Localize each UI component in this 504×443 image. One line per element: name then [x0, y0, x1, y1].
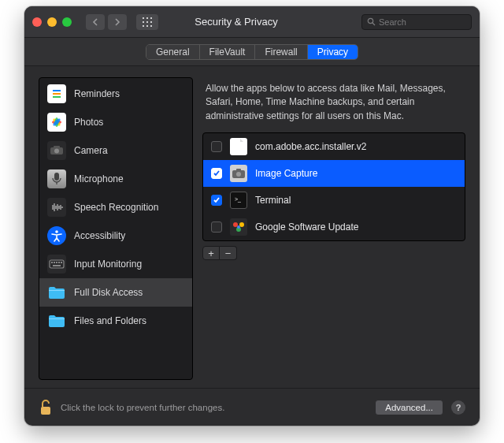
advanced-button[interactable]: Advanced...	[375, 400, 443, 415]
sidebar-item-label: Microphone	[74, 173, 124, 184]
reminders-icon	[47, 84, 66, 103]
back-button[interactable]	[86, 14, 105, 30]
chevron-left-icon	[92, 18, 98, 26]
app-name: Terminal	[255, 195, 291, 206]
app-name: Google Software Update	[255, 222, 358, 233]
google-update-icon	[230, 218, 247, 236]
accessibility-icon	[47, 226, 66, 245]
sidebar-item-label: Camera	[74, 145, 108, 156]
svg-point-31	[55, 230, 58, 233]
sidebar-item-label: Speech Recognition	[74, 202, 158, 213]
add-remove-controls: + −	[202, 246, 465, 260]
svg-rect-36	[58, 262, 60, 263]
footer: Click the lock to prevent further change…	[24, 388, 480, 426]
svg-rect-35	[56, 262, 57, 263]
sidebar-item-speech-recognition[interactable]: Speech Recognition	[39, 193, 192, 222]
camera-icon	[47, 141, 66, 160]
sidebar-item-input-monitoring[interactable]: Input Monitoring	[39, 250, 192, 278]
sidebar-item-label: Files and Folders	[74, 315, 146, 326]
app-checkbox[interactable]	[211, 168, 222, 179]
help-button[interactable]: ?	[451, 400, 465, 415]
app-checkbox[interactable]	[211, 195, 222, 206]
photos-icon	[47, 113, 66, 132]
search-field[interactable]: Search	[361, 14, 472, 30]
image-capture-icon	[230, 165, 247, 182]
tab-general[interactable]: General	[146, 45, 200, 59]
segmented-tabs: General FileVault Firewall Privacy	[146, 44, 358, 60]
svg-rect-34	[54, 262, 55, 263]
panel-description: Allow the apps below to access data like…	[202, 77, 465, 132]
svg-text:>_: >_	[235, 196, 241, 203]
minimize-window-button[interactable]	[47, 17, 57, 27]
unlocked-lock-icon	[39, 399, 53, 416]
svg-point-9	[368, 18, 372, 23]
microphone-icon	[47, 169, 66, 188]
svg-point-20	[54, 149, 59, 154]
sidebar-item-accessibility[interactable]: Accessibility	[39, 222, 192, 250]
svg-rect-38	[53, 265, 61, 266]
content-area: Reminders Photos Camera Microphone	[24, 66, 480, 388]
svg-rect-40	[49, 318, 65, 319]
document-icon	[230, 138, 247, 155]
svg-rect-19	[54, 146, 60, 148]
folder-icon	[47, 311, 66, 330]
svg-rect-32	[50, 260, 64, 268]
app-name: com.adobe.acc.installer.v2	[255, 141, 366, 152]
titlebar: Security & Privacy Search	[24, 6, 480, 38]
svg-line-10	[372, 23, 375, 25]
svg-rect-39	[49, 290, 65, 291]
speech-icon	[47, 198, 66, 217]
zoom-window-button[interactable]	[62, 17, 72, 27]
sidebar-item-reminders[interactable]: Reminders	[39, 80, 192, 108]
app-checkbox[interactable]	[211, 222, 222, 233]
input-monitoring-icon	[47, 255, 66, 274]
sidebar-item-label: Accessibility	[74, 230, 125, 241]
svg-rect-49	[41, 407, 50, 415]
preferences-window: Security & Privacy Search General FileVa…	[24, 6, 480, 426]
svg-rect-37	[61, 262, 62, 263]
sidebar-item-camera[interactable]: Camera	[39, 136, 192, 165]
sidebar-item-label: Reminders	[74, 88, 120, 99]
sidebar-item-label: Full Disk Access	[74, 287, 143, 298]
tab-firewall[interactable]: Firewall	[255, 45, 307, 59]
remove-app-button[interactable]: −	[220, 246, 237, 260]
svg-rect-43	[236, 169, 241, 171]
app-row-google-software-update[interactable]: Google Software Update	[203, 214, 465, 240]
svg-point-48	[237, 225, 240, 229]
app-name: Image Capture	[255, 168, 317, 179]
tabs-row: General FileVault Firewall Privacy	[24, 38, 480, 66]
close-window-button[interactable]	[32, 17, 42, 27]
search-placeholder: Search	[379, 17, 406, 27]
lock-button[interactable]	[39, 399, 53, 416]
sidebar-item-full-disk-access[interactable]: Full Disk Access	[39, 278, 192, 307]
sidebar-item-label: Photos	[74, 117, 103, 128]
search-icon	[367, 17, 376, 26]
terminal-icon: >_	[230, 192, 247, 209]
svg-point-46	[239, 222, 244, 227]
window-controls	[32, 17, 72, 27]
folder-icon	[47, 283, 66, 302]
privacy-sidebar[interactable]: Reminders Photos Camera Microphone	[39, 77, 193, 380]
window-title: Security & Privacy	[117, 16, 355, 28]
app-row-adobe-installer[interactable]: com.adobe.acc.installer.v2	[203, 133, 465, 160]
apps-list[interactable]: com.adobe.acc.installer.v2 Image Capture	[202, 132, 465, 241]
svg-point-45	[233, 222, 238, 227]
main-panel: Allow the apps below to access data like…	[202, 77, 465, 380]
sidebar-item-microphone[interactable]: Microphone	[39, 165, 192, 193]
svg-rect-21	[54, 173, 59, 181]
add-app-button[interactable]: +	[202, 246, 220, 260]
tab-privacy[interactable]: Privacy	[308, 45, 358, 59]
sidebar-item-label: Input Monitoring	[74, 259, 142, 270]
app-row-image-capture[interactable]: Image Capture	[203, 160, 465, 187]
lock-hint-text: Click the lock to prevent further change…	[61, 403, 367, 412]
app-checkbox[interactable]	[211, 141, 222, 152]
sidebar-item-photos[interactable]: Photos	[39, 108, 192, 136]
app-row-terminal[interactable]: >_ Terminal	[203, 187, 465, 214]
svg-rect-33	[51, 262, 53, 263]
tab-filevault[interactable]: FileVault	[200, 45, 256, 59]
sidebar-item-files-and-folders[interactable]: Files and Folders	[39, 307, 192, 335]
svg-point-42	[236, 172, 241, 177]
